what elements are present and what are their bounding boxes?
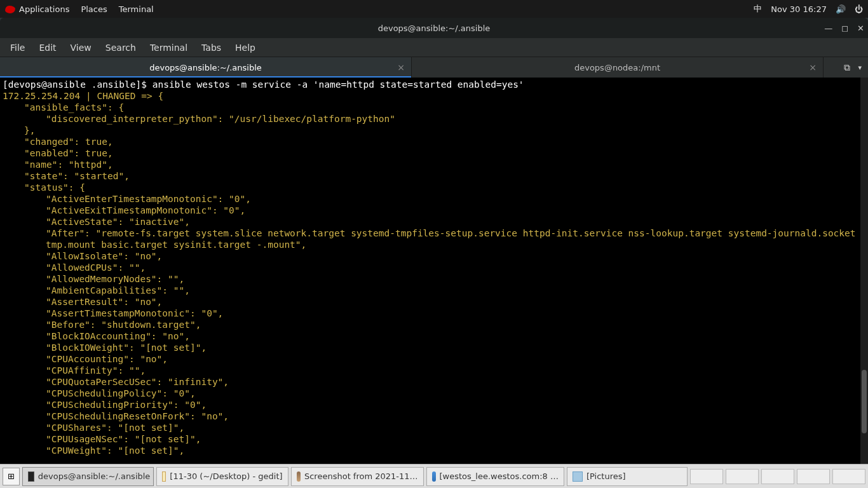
tray-slot[interactable] [690, 469, 723, 484]
tab-close-icon[interactable]: × [397, 62, 405, 72]
task-firefox[interactable]: [westos_lee.westos.com:8 … [426, 467, 564, 486]
terminal-output-line: "status": { [3, 182, 865, 193]
scrollbar-thumb[interactable] [862, 370, 867, 433]
terminal-host-line: 172.25.254.204 | CHANGED => { [3, 90, 865, 102]
task-label: devops@ansible:~/.ansible [38, 471, 151, 481]
terminal-output-line: }, [3, 125, 865, 136]
terminal-output-line: "discovered_interpreter_python": "/usr/l… [3, 113, 865, 125]
menu-help[interactable]: Help [229, 40, 262, 55]
terminal-window: devops@ansible:~/.ansible — ◻ ✕ File Edi… [0, 18, 868, 464]
task-label: [11-30 (~/Desktop) - gedit] [170, 471, 282, 481]
terminal-output-line: "CPUQuotaPerSecUSec": "infinity", [3, 376, 865, 388]
terminal-icon [28, 471, 34, 482]
terminal-output-line: "AllowIsolate": "no", [3, 250, 865, 262]
task-gedit[interactable]: [11-30 (~/Desktop) - gedit] [156, 467, 288, 486]
firefox-icon [432, 471, 436, 482]
places-menu[interactable]: Places [81, 4, 107, 14]
tray-slot[interactable] [761, 469, 794, 484]
task-label: [Pictures] [587, 471, 626, 481]
terminal-output-line: "CPUWeight": "[not set]", [3, 445, 865, 456]
tab-nodea[interactable]: devops@nodea:/mnt × [412, 57, 824, 78]
terminal-output-line: "ActiveExitTimestampMonotonic": "0", [3, 205, 865, 216]
clock[interactable]: Nov 30 16:27 [771, 4, 827, 14]
window-titlebar[interactable]: devops@ansible:~/.ansible — ◻ ✕ [0, 18, 868, 38]
window-minimize-button[interactable]: — [824, 24, 832, 33]
terminal-output-line: "ansible_facts": { [3, 102, 865, 113]
tray-slot[interactable] [797, 469, 830, 484]
terminal-output-line: "BlockIOWeight": "[not set]", [3, 342, 865, 353]
tab-ansible[interactable]: devops@ansible:~/.ansible × [0, 57, 412, 78]
tray-slot[interactable] [726, 469, 759, 484]
menu-tabs[interactable]: Tabs [195, 40, 227, 55]
terminal-scrollbar[interactable] [860, 78, 868, 464]
terminal-output-line: "Before": "shutdown.target", [3, 319, 865, 330]
files-icon [573, 471, 583, 482]
terminal-output-line: "BlockIOAccounting": "no", [3, 330, 865, 342]
task-terminal[interactable]: devops@ansible:~/.ansible [22, 467, 154, 486]
menu-search[interactable]: Search [99, 40, 142, 55]
terminal-viewport[interactable]: [devops@ansible .ansible]$ ansible westo… [0, 78, 868, 464]
menu-terminal[interactable]: Terminal [144, 40, 194, 55]
task-label: [westos_lee.westos.com:8 … [440, 471, 559, 481]
window-maximize-button[interactable]: ◻ [841, 24, 848, 33]
terminal-output-line: "CPUAccounting": "no", [3, 353, 865, 365]
tab-label: devops@ansible:~/.ansible [149, 63, 262, 72]
task-gimp[interactable]: Screenshot from 2021-11… [291, 467, 424, 486]
terminal-output-line: "AllowedCPUs": "", [3, 262, 865, 273]
window-close-button[interactable]: ✕ [857, 24, 864, 33]
new-tab-icon[interactable]: ⧉ [844, 62, 850, 73]
terminal-output-line: "name": "httpd", [3, 159, 865, 170]
terminal-output-line: "CPUSchedulingResetOnFork": "no", [3, 410, 865, 422]
terminal-output-line: "changed": true, [3, 136, 865, 147]
terminal-output-line: "AssertResult": "no", [3, 296, 865, 308]
terminal-output-line: "AssertTimestampMonotonic": "0", [3, 308, 865, 319]
tab-close-icon[interactable]: × [809, 62, 817, 72]
gnome-topbar: Applications Places Terminal 中 Nov 30 16… [0, 0, 868, 18]
gimp-icon [297, 471, 301, 482]
tab-label: devops@nodea:/mnt [574, 63, 660, 72]
bottom-taskbar: ⊞ devops@ansible:~/.ansible [11-30 (~/De… [0, 464, 868, 488]
terminal-output-line: "AmbientCapabilities": "", [3, 285, 865, 296]
terminal-menubar: File Edit View Search Terminal Tabs Help [0, 38, 868, 57]
tray-slot[interactable] [832, 469, 865, 484]
workspace-switcher[interactable]: ⊞ [3, 468, 20, 485]
tab-tools: ⧉ ▾ [824, 57, 868, 78]
power-icon[interactable]: ⏻ [855, 4, 863, 14]
terminal-output-line: "CPUSchedulingPriority": "0", [3, 399, 865, 410]
terminal-output-line: "AllowedMemoryNodes": "", [3, 273, 865, 285]
terminal-output-line: "After": "remote-fs.target system.slice … [3, 227, 865, 250]
terminal-output-line: "enabled": true, [3, 147, 865, 159]
terminal-output-line: "CPUAffinity": "", [3, 365, 865, 376]
task-label: Screenshot from 2021-11… [304, 471, 418, 481]
menu-edit[interactable]: Edit [32, 40, 62, 55]
gedit-icon [162, 471, 166, 482]
task-files[interactable]: [Pictures] [567, 467, 688, 486]
menu-view[interactable]: View [64, 40, 98, 55]
terminal-output-line: "ActiveEnterTimestampMonotonic": "0", [3, 193, 865, 205]
terminal-output-line: "CPUShares": "[not set]", [3, 422, 865, 433]
input-method-indicator[interactable]: 中 [754, 3, 762, 15]
terminal-tabstrip: devops@ansible:~/.ansible × devops@nodea… [0, 57, 868, 78]
terminal-prompt-line: [devops@ansible .ansible]$ ansible westo… [3, 79, 865, 90]
terminal-output-line: "CPUUsageNSec": "[not set]", [3, 433, 865, 445]
volume-icon[interactable]: 🔊 [836, 4, 846, 14]
tab-menu-icon[interactable]: ▾ [858, 64, 862, 72]
activities-redhat-icon[interactable]: Applications [5, 4, 69, 14]
terminal-output-line: "CPUSchedulingPolicy": "0", [3, 388, 865, 399]
terminal-app-menu[interactable]: Terminal [119, 4, 154, 14]
terminal-output-line: "ActiveState": "inactive", [3, 216, 865, 227]
taskbar-tray [690, 469, 865, 484]
terminal-output-line: "state": "started", [3, 170, 865, 182]
window-title: devops@ansible:~/.ansible [378, 24, 491, 33]
menu-file[interactable]: File [4, 40, 31, 55]
